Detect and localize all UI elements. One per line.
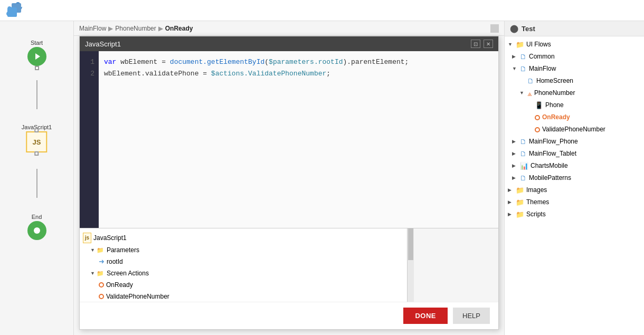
rt-phonenumber[interactable]: ▼ ⟁ PhoneNumber: [505, 87, 644, 99]
mainflowtablet-icon: 🗋: [520, 149, 527, 159]
parameters-label: Parameters: [107, 245, 139, 255]
phonenumber-chevron: ▼: [519, 88, 526, 98]
rt-onready[interactable]: OnReady: [505, 111, 644, 123]
code-editor[interactable]: 1 2 var wbElement = document.getElementB…: [80, 51, 498, 228]
chevron-parameters: ▼: [90, 245, 95, 255]
onready-circle-icon: [99, 282, 104, 288]
javascript-modal: JavaScript1 ⊡ ✕ 1 2 var wbElement = docu…: [79, 36, 499, 330]
tree-scrollbar[interactable]: [408, 228, 414, 302]
modal-close-btn[interactable]: ✕: [484, 40, 493, 48]
right-panel-header: ⬤ Test: [505, 21, 644, 36]
end-node[interactable]: End: [27, 214, 46, 240]
mobilepatterns-label: MobilePatterns: [529, 173, 571, 183]
chevron-screenactions: ▼: [90, 269, 95, 278]
tree-rootid[interactable]: ➜ rootId: [80, 256, 407, 267]
phone-label: Phone: [545, 100, 564, 110]
rt-phone[interactable]: 📱 Phone: [505, 99, 644, 111]
js-box: JS: [26, 131, 47, 152]
validatephone-circle-icon: [99, 294, 104, 299]
modal-footer: DONE HELP: [80, 302, 498, 329]
images-label: Images: [526, 185, 547, 195]
end-label: End: [32, 214, 42, 220]
js-node[interactable]: JavaScript1 JS: [22, 124, 52, 152]
rt-mainflow-tablet[interactable]: ▶ 🗋 MainFlow_Tablet: [505, 148, 644, 160]
mainflow-page-icon: 🗋: [520, 64, 527, 74]
rt-validatephone[interactable]: ValidatePhoneNumber: [505, 123, 644, 136]
rt-common[interactable]: ▶ 🗋 Common: [505, 51, 644, 63]
flow-canvas: Start JavaScript1 JS End: [0, 21, 74, 335]
help-button[interactable]: HELP: [453, 308, 490, 324]
connector-2: [36, 169, 37, 198]
tree-screen-actions[interactable]: ▼ 📁 Screen Actions: [80, 267, 407, 279]
phonenumber-label: PhoneNumber: [534, 88, 575, 98]
start-label: Start: [31, 40, 43, 46]
rt-validatephone-label: ValidatePhoneNumber: [542, 125, 605, 135]
js-tree-icon: js: [83, 233, 91, 243]
rt-images[interactable]: ▶ 📁 Images: [505, 184, 644, 196]
phonenumber-flow-icon: ⟁: [527, 88, 532, 98]
breadcrumb-expand-btn[interactable]: [490, 24, 499, 33]
images-chevron: ▶: [508, 185, 514, 195]
mainflowphone-icon: 🗋: [520, 137, 527, 147]
rt-mainflow-phone[interactable]: ▶ 🗋 MainFlow_Phone: [505, 136, 644, 148]
scripts-label: Scripts: [526, 209, 546, 219]
rt-themes[interactable]: ▶ 📁 Themes: [505, 196, 644, 208]
mainflow-label: MainFlow: [529, 64, 556, 74]
validatephone-rt-circle: [535, 127, 540, 132]
tree-onready[interactable]: OnReady: [80, 279, 407, 291]
rt-homescreen[interactable]: 🗋 HomeScreen: [505, 75, 644, 87]
tree-root[interactable]: js JavaScript1: [80, 232, 407, 244]
mainflowphone-label: MainFlow_Phone: [529, 137, 578, 147]
modal-titlebar: JavaScript1 ⊡ ✕: [80, 36, 498, 51]
right-panel: ⬤ Test ▼ 📁 UI Flows ▶ 🗋 Common ▼ 🗋 MainF…: [504, 21, 644, 335]
rt-scripts[interactable]: ▶ 📁 Scripts: [505, 208, 644, 221]
tree-parameters-folder[interactable]: ▼ 📁 Parameters: [80, 244, 407, 256]
chartsmobile-icon: 📊: [520, 161, 528, 171]
uiflows-label: UI Flows: [526, 40, 551, 50]
code-content[interactable]: var wbElement = document.getElementById(…: [99, 51, 498, 228]
rt-uiflows[interactable]: ▼ 📁 UI Flows: [505, 39, 644, 51]
rt-mainflow[interactable]: ▼ 🗋 MainFlow: [505, 63, 644, 75]
rt-mobilepatterns[interactable]: ▶ 🗋 MobilePatterns: [505, 172, 644, 184]
bottom-tree: js JavaScript1 ▼ 📁 Parameters ➜ rootId: [80, 228, 408, 302]
done-button[interactable]: DONE: [403, 308, 448, 324]
code-line-1: var wbElement = document.getElementById(…: [104, 56, 493, 68]
rt-chartsmobile[interactable]: ▶ 📊 ChartsMobile: [505, 160, 644, 172]
tree-validatephone[interactable]: ValidatePhoneNumber: [80, 291, 407, 302]
mobilepatterns-chevron: ▶: [512, 173, 518, 183]
modal-restore-btn[interactable]: ⊡: [471, 40, 480, 48]
chartsmobile-chevron: ▶: [512, 161, 518, 171]
svg-marker-2: [35, 53, 40, 60]
themes-chevron: ▶: [508, 197, 514, 207]
scripts-folder-icon: 📁: [516, 209, 524, 219]
rt-onready-label: OnReady: [542, 112, 570, 122]
mainflowtablet-label: MainFlow_Tablet: [529, 149, 576, 159]
right-panel-circle-icon: ⬤: [510, 24, 518, 33]
center-content: MainFlow ▶ PhoneNumber ▶ OnReady JavaScr…: [74, 21, 504, 335]
homescreen-label: HomeScreen: [536, 76, 573, 86]
start-node[interactable]: Start: [27, 40, 46, 66]
common-label: Common: [529, 52, 555, 62]
breadcrumb-arrow-2: ▶: [158, 25, 163, 32]
mobilepatterns-icon: 🗋: [520, 173, 527, 183]
themes-label: Themes: [526, 197, 549, 207]
chartsmobile-label: ChartsMobile: [531, 161, 568, 171]
onready-label: OnReady: [106, 280, 133, 290]
connector-1: [36, 80, 37, 109]
breadcrumb-part-2: PhoneNumber: [115, 25, 156, 32]
tree-root-label: JavaScript1: [93, 233, 127, 243]
uiflows-chevron: ▼: [508, 40, 514, 50]
rootid-label: rootId: [107, 257, 123, 266]
parameters-folder-icon: 📁: [96, 245, 105, 255]
modal-title: JavaScript1: [85, 40, 121, 48]
mainflowtablet-chevron: ▶: [512, 149, 518, 159]
properties-panel: [414, 228, 498, 302]
scripts-chevron: ▶: [508, 209, 514, 219]
svg-rect-1: [7, 7, 17, 17]
start-circle: [27, 47, 46, 66]
uiflows-folder-icon: 📁: [516, 40, 524, 50]
scrollbar-thumb[interactable]: [408, 228, 413, 260]
onready-circle: [535, 115, 540, 120]
breadcrumb-part-1: MainFlow: [79, 25, 106, 32]
common-chevron: ▶: [512, 52, 518, 62]
